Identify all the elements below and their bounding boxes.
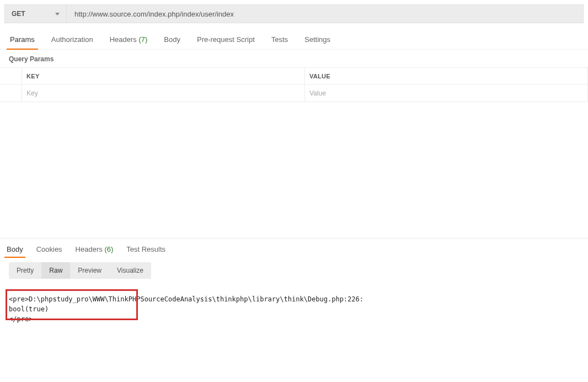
tab-body[interactable]: Body bbox=[163, 32, 181, 49]
view-preview[interactable]: Preview bbox=[70, 262, 109, 279]
url-input[interactable] bbox=[67, 5, 583, 23]
response-line: </pre> bbox=[9, 315, 33, 323]
request-bar: GET bbox=[4, 4, 584, 23]
response-body-text[interactable]: <pre>D:\phpstudy_pro\WWW\ThinkPHPSourceC… bbox=[9, 284, 579, 344]
table-gutter bbox=[0, 84, 22, 102]
http-method-label: GET bbox=[12, 10, 25, 18]
response-line: <pre>D:\phpstudy_pro\WWW\ThinkPHPSourceC… bbox=[9, 295, 364, 303]
query-params-title: Query Params bbox=[0, 50, 588, 67]
resp-tab-cookies[interactable]: Cookies bbox=[35, 243, 63, 258]
response-section: Body Cookies Headers (6) Test Results Pr… bbox=[0, 238, 588, 344]
view-pretty[interactable]: Pretty bbox=[9, 262, 41, 279]
tab-settings[interactable]: Settings bbox=[303, 32, 332, 49]
tab-authorization[interactable]: Authorization bbox=[50, 32, 94, 49]
value-input[interactable] bbox=[309, 89, 583, 97]
table-row bbox=[0, 84, 588, 102]
table-gutter bbox=[0, 68, 22, 84]
spacer bbox=[0, 102, 588, 238]
key-input[interactable] bbox=[26, 89, 300, 97]
column-header-key: KEY bbox=[22, 68, 305, 84]
resp-tab-headers[interactable]: Headers (6) bbox=[74, 243, 115, 258]
key-cell[interactable] bbox=[22, 84, 305, 102]
tab-headers[interactable]: Headers (7) bbox=[109, 32, 149, 49]
column-header-value: VALUE bbox=[305, 68, 588, 84]
tab-headers-count: (7) bbox=[138, 35, 147, 44]
view-visualize[interactable]: Visualize bbox=[109, 262, 151, 279]
table-header-row: KEY VALUE bbox=[0, 68, 588, 84]
response-tabs: Body Cookies Headers (6) Test Results bbox=[0, 243, 588, 258]
tab-tests[interactable]: Tests bbox=[270, 32, 289, 49]
tab-prerequest[interactable]: Pre-request Script bbox=[196, 32, 256, 49]
view-raw[interactable]: Raw bbox=[41, 262, 70, 279]
response-line: bool(true) bbox=[9, 305, 49, 313]
resp-tab-headers-label: Headers bbox=[76, 245, 103, 253]
value-cell[interactable] bbox=[305, 84, 588, 102]
http-method-dropdown[interactable]: GET bbox=[5, 5, 67, 23]
chevron-down-icon bbox=[55, 13, 60, 15]
resp-tab-headers-count: (6) bbox=[104, 245, 113, 253]
body-view-tabs: Pretty Raw Preview Visualize bbox=[9, 262, 151, 279]
tab-params[interactable]: Params bbox=[9, 32, 36, 49]
resp-tab-testresults[interactable]: Test Results bbox=[125, 243, 167, 258]
query-params-table: KEY VALUE bbox=[0, 67, 588, 102]
resp-tab-body[interactable]: Body bbox=[6, 243, 24, 258]
request-tabs: Params Authorization Headers (7) Body Pr… bbox=[0, 32, 588, 50]
tab-headers-label: Headers bbox=[110, 35, 137, 44]
